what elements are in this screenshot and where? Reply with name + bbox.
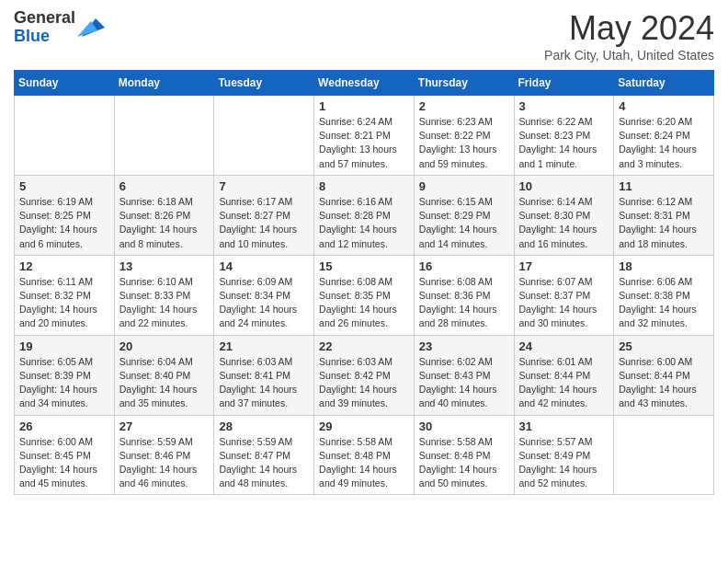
- day-number: 26: [19, 419, 109, 433]
- calendar-cell: 7Sunrise: 6:17 AMSunset: 8:27 PMDaylight…: [214, 175, 314, 255]
- calendar-cell: 16Sunrise: 6:08 AMSunset: 8:36 PMDayligh…: [414, 255, 514, 335]
- calendar-cell: 13Sunrise: 6:10 AMSunset: 8:33 PMDayligh…: [114, 255, 214, 335]
- title-block: May 2024 Park City, Utah, United States: [544, 9, 714, 63]
- day-number: 13: [119, 259, 210, 273]
- calendar-cell: [614, 415, 714, 495]
- calendar-cell: 3Sunrise: 6:22 AMSunset: 8:23 PMDaylight…: [514, 96, 614, 176]
- day-info: Sunrise: 5:58 AMSunset: 8:48 PMDaylight:…: [419, 435, 509, 491]
- day-number: 2: [419, 99, 509, 113]
- day-info: Sunrise: 6:12 AMSunset: 8:31 PMDaylight:…: [619, 195, 709, 251]
- day-number: 15: [319, 259, 409, 273]
- day-number: 17: [519, 259, 609, 273]
- calendar-cell: 10Sunrise: 6:14 AMSunset: 8:30 PMDayligh…: [514, 175, 614, 255]
- day-info: Sunrise: 6:02 AMSunset: 8:43 PMDaylight:…: [419, 355, 509, 411]
- calendar-cell: 5Sunrise: 6:19 AMSunset: 8:25 PMDaylight…: [15, 175, 115, 255]
- day-info: Sunrise: 6:07 AMSunset: 8:37 PMDaylight:…: [519, 275, 609, 331]
- day-number: 31: [519, 419, 609, 433]
- day-number: 24: [519, 339, 609, 353]
- calendar-cell: 2Sunrise: 6:23 AMSunset: 8:22 PMDaylight…: [414, 96, 514, 176]
- day-info: Sunrise: 6:20 AMSunset: 8:24 PMDaylight:…: [619, 115, 709, 171]
- day-number: 3: [519, 99, 609, 113]
- calendar-cell: 21Sunrise: 6:03 AMSunset: 8:41 PMDayligh…: [214, 335, 314, 415]
- day-number: 22: [319, 339, 409, 353]
- day-info: Sunrise: 6:17 AMSunset: 8:27 PMDaylight:…: [219, 195, 309, 251]
- calendar-cell: 11Sunrise: 6:12 AMSunset: 8:31 PMDayligh…: [614, 175, 714, 255]
- day-number: 21: [219, 339, 309, 353]
- logo-icon: [77, 14, 105, 41]
- weekday-header-thursday: Thursday: [414, 71, 514, 96]
- day-number: 10: [519, 179, 609, 193]
- day-info: Sunrise: 6:23 AMSunset: 8:22 PMDaylight:…: [419, 115, 509, 171]
- calendar-cell: 29Sunrise: 5:58 AMSunset: 8:48 PMDayligh…: [314, 415, 415, 495]
- day-info: Sunrise: 6:22 AMSunset: 8:23 PMDaylight:…: [519, 115, 609, 171]
- day-info: Sunrise: 6:08 AMSunset: 8:35 PMDaylight:…: [319, 275, 409, 331]
- calendar-cell: 27Sunrise: 5:59 AMSunset: 8:46 PMDayligh…: [114, 415, 214, 495]
- day-number: 5: [19, 179, 109, 193]
- day-number: 1: [319, 99, 409, 113]
- calendar-table: SundayMondayTuesdayWednesdayThursdayFrid…: [14, 70, 714, 495]
- weekday-header-sunday: Sunday: [15, 71, 115, 96]
- day-number: 4: [619, 99, 709, 113]
- calendar-week-5: 26Sunrise: 6:00 AMSunset: 8:45 PMDayligh…: [15, 415, 714, 495]
- day-info: Sunrise: 6:10 AMSunset: 8:33 PMDaylight:…: [119, 275, 210, 331]
- logo-blue-text: Blue: [14, 28, 75, 46]
- day-number: 28: [219, 419, 309, 433]
- day-info: Sunrise: 6:03 AMSunset: 8:41 PMDaylight:…: [219, 355, 309, 411]
- day-info: Sunrise: 6:15 AMSunset: 8:29 PMDaylight:…: [419, 195, 509, 251]
- day-info: Sunrise: 6:00 AMSunset: 8:45 PMDaylight:…: [19, 435, 109, 491]
- calendar-cell: 25Sunrise: 6:00 AMSunset: 8:44 PMDayligh…: [614, 335, 714, 415]
- calendar-cell: 24Sunrise: 6:01 AMSunset: 8:44 PMDayligh…: [514, 335, 614, 415]
- day-number: 8: [319, 179, 409, 193]
- day-number: 11: [619, 179, 709, 193]
- day-number: 27: [119, 419, 210, 433]
- calendar-cell: 18Sunrise: 6:06 AMSunset: 8:38 PMDayligh…: [614, 255, 714, 335]
- day-number: 18: [619, 259, 709, 273]
- day-number: 30: [419, 419, 509, 433]
- calendar-cell: 20Sunrise: 6:04 AMSunset: 8:40 PMDayligh…: [114, 335, 214, 415]
- month-title: May 2024: [544, 9, 714, 48]
- calendar-cell: 12Sunrise: 6:11 AMSunset: 8:32 PMDayligh…: [15, 255, 115, 335]
- calendar-cell: 8Sunrise: 6:16 AMSunset: 8:28 PMDaylight…: [314, 175, 415, 255]
- calendar-body: 1Sunrise: 6:24 AMSunset: 8:21 PMDaylight…: [15, 96, 714, 495]
- calendar-cell: 23Sunrise: 6:02 AMSunset: 8:43 PMDayligh…: [414, 335, 514, 415]
- calendar-cell: 1Sunrise: 6:24 AMSunset: 8:21 PMDaylight…: [314, 96, 415, 176]
- day-number: 16: [419, 259, 509, 273]
- calendar-cell: 14Sunrise: 6:09 AMSunset: 8:34 PMDayligh…: [214, 255, 314, 335]
- calendar-cell: 4Sunrise: 6:20 AMSunset: 8:24 PMDaylight…: [614, 96, 714, 176]
- calendar-week-3: 12Sunrise: 6:11 AMSunset: 8:32 PMDayligh…: [15, 255, 714, 335]
- logo-general-text: General: [14, 9, 75, 28]
- day-number: 9: [419, 179, 509, 193]
- location: Park City, Utah, United States: [544, 48, 714, 63]
- day-number: 12: [19, 259, 109, 273]
- calendar-cell: 6Sunrise: 6:18 AMSunset: 8:26 PMDaylight…: [114, 175, 214, 255]
- day-info: Sunrise: 6:00 AMSunset: 8:44 PMDaylight:…: [619, 355, 709, 411]
- calendar-cell: 31Sunrise: 5:57 AMSunset: 8:49 PMDayligh…: [514, 415, 614, 495]
- weekday-header-saturday: Saturday: [614, 71, 714, 96]
- day-info: Sunrise: 6:14 AMSunset: 8:30 PMDaylight:…: [519, 195, 609, 251]
- day-info: Sunrise: 5:59 AMSunset: 8:47 PMDaylight:…: [219, 435, 309, 491]
- calendar-cell: 17Sunrise: 6:07 AMSunset: 8:37 PMDayligh…: [514, 255, 614, 335]
- day-info: Sunrise: 6:04 AMSunset: 8:40 PMDaylight:…: [119, 355, 210, 411]
- calendar-cell: 19Sunrise: 6:05 AMSunset: 8:39 PMDayligh…: [15, 335, 115, 415]
- page-header: General Blue May 2024 Park City, Utah, U…: [14, 9, 714, 63]
- weekday-header-monday: Monday: [114, 71, 214, 96]
- calendar-cell: 30Sunrise: 5:58 AMSunset: 8:48 PMDayligh…: [414, 415, 514, 495]
- day-info: Sunrise: 6:08 AMSunset: 8:36 PMDaylight:…: [419, 275, 509, 331]
- calendar-cell: 26Sunrise: 6:00 AMSunset: 8:45 PMDayligh…: [15, 415, 115, 495]
- logo: General Blue: [14, 9, 105, 46]
- day-info: Sunrise: 6:06 AMSunset: 8:38 PMDaylight:…: [619, 275, 709, 331]
- calendar-week-2: 5Sunrise: 6:19 AMSunset: 8:25 PMDaylight…: [15, 175, 714, 255]
- calendar-week-4: 19Sunrise: 6:05 AMSunset: 8:39 PMDayligh…: [15, 335, 714, 415]
- calendar-cell: 22Sunrise: 6:03 AMSunset: 8:42 PMDayligh…: [314, 335, 415, 415]
- calendar-cell: 9Sunrise: 6:15 AMSunset: 8:29 PMDaylight…: [414, 175, 514, 255]
- day-number: 14: [219, 259, 309, 273]
- weekday-header-friday: Friday: [514, 71, 614, 96]
- day-info: Sunrise: 6:01 AMSunset: 8:44 PMDaylight:…: [519, 355, 609, 411]
- calendar-week-1: 1Sunrise: 6:24 AMSunset: 8:21 PMDaylight…: [15, 96, 714, 176]
- day-info: Sunrise: 6:19 AMSunset: 8:25 PMDaylight:…: [19, 195, 109, 251]
- day-info: Sunrise: 6:24 AMSunset: 8:21 PMDaylight:…: [319, 115, 409, 171]
- day-info: Sunrise: 6:09 AMSunset: 8:34 PMDaylight:…: [219, 275, 309, 331]
- day-info: Sunrise: 6:18 AMSunset: 8:26 PMDaylight:…: [119, 195, 210, 251]
- weekday-header-wednesday: Wednesday: [314, 71, 415, 96]
- day-info: Sunrise: 6:03 AMSunset: 8:42 PMDaylight:…: [319, 355, 409, 411]
